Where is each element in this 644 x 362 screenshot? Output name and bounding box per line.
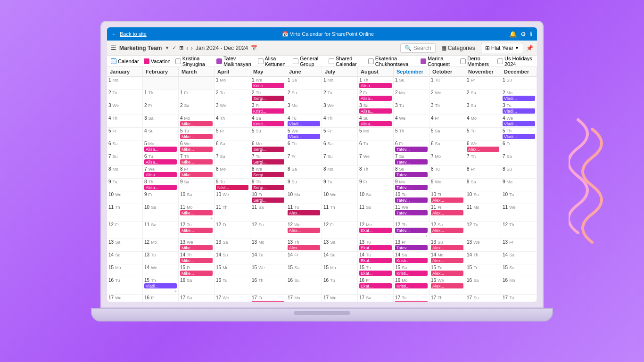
day-cell[interactable]: 17Mo: [286, 295, 322, 302]
event-chip[interactable]: Vladi...: [503, 121, 535, 126]
day-cell[interactable]: 14We: [143, 264, 179, 277]
day-cell[interactable]: 1Tu: [429, 77, 465, 89]
day-cell[interactable]: 8We Sergi...: [250, 166, 286, 178]
event-chip[interactable]: Mike...: [180, 121, 213, 126]
day-cell[interactable]: 16We Alex...: [429, 277, 465, 294]
event-chip[interactable]: Vladi...: [503, 134, 535, 139]
event-chip[interactable]: Sergi...: [252, 185, 284, 190]
day-cell[interactable]: 12Fr: [107, 222, 143, 239]
grid-icon[interactable]: ⊞: [179, 45, 183, 51]
day-cell[interactable]: 17We: [107, 295, 143, 302]
event-chip[interactable]: Mike...: [180, 172, 213, 177]
day-cell[interactable]: 4Su Alisa...: [358, 115, 394, 127]
day-cell[interactable]: 9Sa: [465, 179, 501, 191]
day-cell[interactable]: 14Mo Alex...: [429, 252, 465, 264]
event-chip[interactable]: Vladi...: [288, 121, 320, 126]
day-cell[interactable]: 13Fr Tatev...: [394, 239, 429, 251]
next-icon[interactable]: ›: [191, 45, 193, 51]
day-cell[interactable]: 16Sa: [179, 277, 215, 294]
day-cell[interactable]: 17Sa: [358, 295, 394, 302]
day-cell[interactable]: 5Th Vladi...: [501, 128, 537, 140]
day-cell[interactable]: 6Mo Sergi...: [250, 140, 286, 153]
day-cell[interactable]: 7Su: [322, 153, 358, 165]
back-arrow-icon[interactable]: ←: [112, 31, 117, 37]
group-name[interactable]: Marketing Team: [119, 45, 162, 51]
day-cell[interactable]: 9Tu: [107, 179, 143, 191]
day-cell[interactable]: 10Tu Tatev...: [394, 191, 429, 204]
event-chip[interactable]: Kristi...: [395, 258, 428, 263]
day-cell[interactable]: 17We: [322, 295, 358, 302]
day-cell[interactable]: 1Fr: [465, 77, 501, 89]
day-cell[interactable]: 5Sa: [429, 128, 465, 140]
legend-item-us-holidays[interactable]: Us Holidays 2024: [497, 56, 533, 67]
prev-icon[interactable]: ‹: [186, 45, 188, 51]
event-chip[interactable]: Vladi...: [144, 283, 177, 288]
day-cell[interactable]: 12Tu Mike...: [179, 222, 215, 239]
day-cell[interactable]: 14Su: [107, 252, 143, 264]
day-cell[interactable]: 17Tu Alex...: [394, 295, 429, 302]
event-chip[interactable]: Alex...: [431, 258, 463, 263]
day-cell[interactable]: 8Mo: [107, 166, 143, 178]
day-cell[interactable]: 16Tu: [215, 277, 250, 294]
day-cell[interactable]: 6Tu: [358, 140, 394, 153]
event-chip[interactable]: Ekat...: [359, 258, 392, 263]
event-chip[interactable]: Ekat...: [359, 245, 392, 250]
day-cell[interactable]: 1Su: [394, 77, 429, 89]
day-cell[interactable]: 13Tu: [143, 252, 179, 264]
day-cell[interactable]: 9Mo Tatev...: [394, 179, 429, 191]
event-chip[interactable]: Tatev...: [395, 159, 428, 165]
day-cell[interactable]: 6Sa: [107, 140, 143, 153]
day-cell[interactable]: 8Fr Mike...: [179, 166, 215, 178]
day-cell[interactable]: 8Sa: [286, 166, 322, 178]
day-cell[interactable]: 13Sa: [107, 239, 143, 251]
search-box[interactable]: 🔍 Search: [400, 43, 436, 53]
day-cell[interactable]: 4Sa Kristi...: [250, 115, 286, 127]
day-cell[interactable]: 11We: [501, 204, 537, 221]
day-cell[interactable]: 17We: [215, 295, 250, 302]
day-cell[interactable]: 10We: [322, 191, 358, 204]
day-cell[interactable]: 8Mo: [215, 166, 250, 178]
day-cell[interactable]: 2Th Sergi...: [250, 90, 286, 102]
settings-icon[interactable]: ⚙: [520, 31, 526, 38]
event-chip[interactable]: Tatev...: [395, 185, 428, 190]
day-cell[interactable]: 13Sa: [322, 239, 358, 251]
day-cell[interactable]: 5Mo Alisa...: [143, 140, 179, 153]
event-chip[interactable]: Alisa...: [359, 121, 392, 126]
day-cell[interactable]: 17Th: [429, 295, 465, 302]
day-cell[interactable]: 9Su: [286, 179, 322, 191]
day-cell[interactable]: 14Th Mike...: [179, 252, 215, 264]
day-cell[interactable]: 5Fr: [107, 128, 143, 140]
day-cell[interactable]: 4Su: [143, 128, 179, 140]
day-cell[interactable]: 3Su: [465, 102, 501, 115]
day-cell[interactable]: 13Mo: [250, 239, 286, 251]
day-cell[interactable]: 10We: [215, 191, 250, 204]
event-chip[interactable]: Ekat...: [359, 271, 392, 276]
event-chip[interactable]: Kristi...: [395, 271, 428, 276]
event-chip[interactable]: Mike...: [180, 159, 213, 165]
day-cell[interactable]: 15Su: [501, 264, 537, 277]
day-cell[interactable]: 16Tu: [107, 277, 143, 294]
legend-item-alisa[interactable]: Alisa Kettunen: [258, 56, 289, 67]
legend-item-derro[interactable]: Derro Members: [460, 56, 493, 67]
day-cell[interactable]: 6We Mike...: [179, 140, 215, 153]
day-cell[interactable]: 6Th: [286, 140, 322, 153]
day-cell[interactable]: 9Fr: [358, 179, 394, 191]
event-chip[interactable]: Alex...: [288, 245, 320, 250]
day-cell[interactable]: 13We: [465, 239, 501, 251]
day-cell[interactable]: 7Su: [215, 153, 250, 165]
day-cell[interactable]: 8Th: [358, 166, 394, 178]
day-cell[interactable]: 12Tu: [465, 222, 501, 239]
day-cell[interactable]: 7Su: [107, 153, 143, 165]
day-cell[interactable]: 2Mo: [394, 90, 429, 102]
back-to-site-link[interactable]: Back to site: [120, 31, 147, 37]
day-cell[interactable]: 2Tu: [215, 90, 250, 102]
day-cell[interactable]: 15Mo: [215, 264, 250, 277]
day-cell[interactable]: 12Th Tatev... +: [394, 222, 429, 239]
day-cell[interactable]: 2Fr: [143, 102, 179, 115]
day-cell[interactable]: 3Fr Kristi...: [250, 102, 286, 115]
event-chip[interactable]: Alisa...: [144, 147, 177, 152]
legend-item-shared[interactable]: Shared Calendar: [329, 56, 363, 67]
day-cell[interactable]: 8Su: [501, 166, 537, 178]
day-cell[interactable]: 14Tu: [250, 252, 286, 264]
event-chip[interactable]: Sergi...: [252, 147, 284, 152]
